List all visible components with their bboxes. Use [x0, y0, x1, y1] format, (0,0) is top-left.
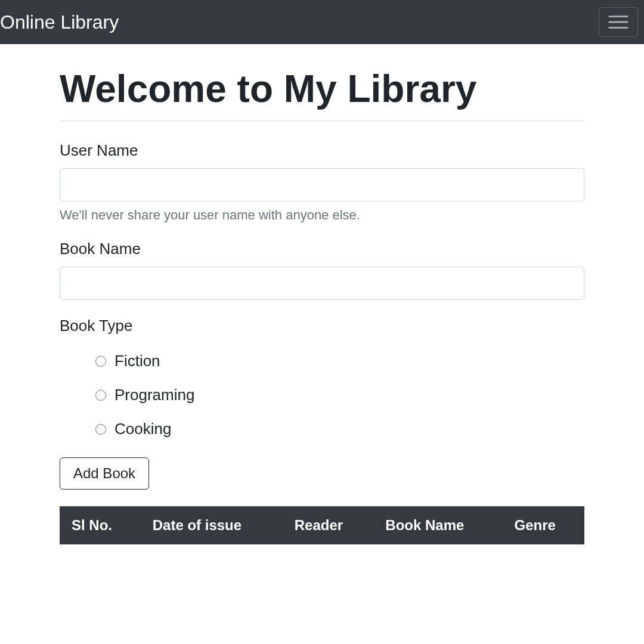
book-type-label: Book Type [60, 317, 584, 335]
add-book-button[interactable]: Add Book [60, 457, 149, 490]
navbar-brand[interactable]: Online Library [0, 11, 119, 33]
table-header-row: Sl No. Date of issue Reader Book Name Ge… [60, 506, 584, 544]
radio-option: Cooking [95, 420, 584, 438]
main-container: Welcome to My Library User Name We'll ne… [60, 44, 584, 544]
hamburger-icon [608, 14, 629, 30]
radio-option: Programing [95, 386, 584, 404]
book-type-radio-cooking[interactable] [95, 424, 106, 435]
table-header-reader: Reader [283, 506, 374, 544]
user-name-help: We'll never share your user name with an… [60, 208, 584, 223]
table-header-genre: Genre [503, 506, 584, 544]
book-name-label: Book Name [60, 240, 584, 258]
book-type-radio-label[interactable]: Programing [114, 386, 194, 404]
book-type-options: Fiction Programing Cooking [60, 352, 584, 438]
book-name-input[interactable] [60, 267, 584, 300]
divider [60, 120, 584, 121]
table-header-slno: Sl No. [60, 506, 141, 544]
navbar-toggle-button[interactable] [599, 7, 638, 37]
table-header-book: Book Name [373, 506, 502, 544]
book-type-group: Book Type Fiction Programing Cooking [60, 317, 584, 438]
books-table: Sl No. Date of issue Reader Book Name Ge… [60, 506, 584, 544]
user-name-group: User Name We'll never share your user na… [60, 141, 584, 223]
books-table-head: Sl No. Date of issue Reader Book Name Ge… [60, 506, 584, 544]
book-type-radio-programing[interactable] [95, 390, 106, 401]
book-type-radio-fiction[interactable] [95, 356, 106, 367]
user-name-label: User Name [60, 141, 584, 160]
radio-option: Fiction [95, 352, 584, 370]
navbar: Online Library [0, 0, 644, 44]
book-type-radio-label[interactable]: Fiction [114, 352, 160, 370]
book-type-radio-label[interactable]: Cooking [114, 420, 171, 438]
table-header-date: Date of issue [141, 506, 283, 544]
user-name-input[interactable] [60, 168, 584, 202]
book-name-group: Book Name [60, 240, 584, 300]
page-title: Welcome to My Library [60, 68, 584, 110]
